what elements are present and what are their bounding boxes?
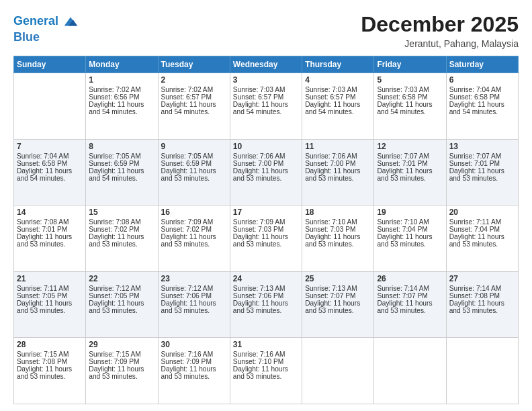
sunset-text: Sunset: 7:03 PM [233,226,283,233]
day-number: 1 [89,75,154,85]
sunset-text: Sunset: 7:01 PM [449,160,500,167]
calendar-cell: 9Sunrise: 7:05 AMSunset: 6:59 PMDaylight… [158,139,230,205]
daylight-text: Daylight: 11 hours and 54 minutes. [89,167,144,182]
day-number: 10 [233,142,299,151]
sunrise-text: Sunrise: 7:07 AM [449,152,502,160]
sunset-text: Sunset: 7:01 PM [17,226,67,233]
daylight-text: Daylight: 11 hours and 53 minutes. [449,300,504,314]
daylight-text: Daylight: 11 hours and 53 minutes. [233,300,288,314]
day-number: 5 [377,75,443,85]
day-header-wednesday: Wednesday [230,56,302,73]
daylight-text: Daylight: 11 hours and 53 minutes. [377,167,432,182]
logo-icon [61,12,80,31]
calendar-cell: 26Sunrise: 7:14 AMSunset: 7:07 PMDayligh… [374,271,446,338]
sunrise-text: Sunrise: 7:13 AM [305,285,357,292]
day-number: 21 [17,274,83,283]
day-header-friday: Friday [374,56,446,73]
day-number: 2 [161,75,227,85]
sunset-text: Sunset: 7:03 PM [305,226,355,233]
sunset-text: Sunset: 6:57 PM [305,93,355,101]
logo-text-general: General [13,15,58,28]
day-number: 11 [305,142,371,151]
calendar-cell [374,338,446,404]
calendar-cell [14,73,86,140]
sunrise-text: Sunrise: 7:03 AM [305,86,357,93]
calendar-cell: 11Sunrise: 7:06 AMSunset: 7:00 PMDayligh… [302,139,374,205]
sunrise-text: Sunrise: 7:05 AM [161,152,214,160]
day-number: 13 [449,142,515,151]
daylight-text: Daylight: 11 hours and 53 minutes. [161,365,216,380]
calendar-cell: 19Sunrise: 7:10 AMSunset: 7:04 PMDayligh… [374,205,446,272]
sunset-text: Sunset: 7:04 PM [377,226,427,233]
day-number: 20 [449,208,515,217]
daylight-text: Daylight: 11 hours and 53 minutes. [89,300,144,314]
day-number: 12 [377,142,443,151]
sunset-text: Sunset: 7:08 PM [17,358,67,365]
day-number: 16 [161,208,227,217]
calendar-cell: 10Sunrise: 7:06 AMSunset: 7:00 PMDayligh… [230,139,302,205]
daylight-text: Daylight: 11 hours and 53 minutes. [305,167,360,182]
day-header-tuesday: Tuesday [158,56,230,73]
day-number: 4 [305,75,371,85]
day-number: 6 [449,75,515,85]
daylight-text: Daylight: 11 hours and 54 minutes. [233,101,288,116]
week-row-1: 1Sunrise: 7:02 AMSunset: 6:56 PMDaylight… [14,73,519,140]
sunrise-text: Sunrise: 7:12 AM [161,285,214,292]
sunset-text: Sunset: 7:07 PM [305,292,355,300]
day-number: 14 [17,208,83,217]
location: Jerantut, Pahang, Malaysia [361,38,519,49]
daylight-text: Daylight: 11 hours and 54 minutes. [17,167,72,182]
daylight-text: Daylight: 11 hours and 54 minutes. [377,101,432,116]
daylight-text: Daylight: 11 hours and 53 minutes. [89,365,144,380]
week-row-4: 21Sunrise: 7:11 AMSunset: 7:05 PMDayligh… [14,271,519,338]
sunrise-text: Sunrise: 7:08 AM [89,218,141,226]
daylight-text: Daylight: 11 hours and 53 minutes. [17,300,72,314]
sunset-text: Sunset: 6:58 PM [449,93,500,101]
calendar-cell: 27Sunrise: 7:14 AMSunset: 7:08 PMDayligh… [446,271,518,338]
sunset-text: Sunset: 6:59 PM [161,160,212,167]
sunrise-text: Sunrise: 7:06 AM [233,152,285,160]
day-number: 25 [305,274,371,283]
header: General Blue December 2025 Jerantut, Pah… [13,12,519,49]
sunset-text: Sunset: 6:57 PM [233,93,283,101]
day-header-saturday: Saturday [446,56,518,73]
calendar-cell: 31Sunrise: 7:16 AMSunset: 7:10 PMDayligh… [230,338,302,404]
day-header-thursday: Thursday [302,56,374,73]
sunrise-text: Sunrise: 7:11 AM [17,285,69,292]
daylight-text: Daylight: 11 hours and 53 minutes. [161,233,216,248]
calendar-cell: 21Sunrise: 7:11 AMSunset: 7:05 PMDayligh… [14,271,86,338]
sunrise-text: Sunrise: 7:09 AM [233,218,285,226]
day-header-monday: Monday [86,56,158,73]
daylight-text: Daylight: 11 hours and 53 minutes. [161,300,216,314]
daylight-text: Daylight: 11 hours and 53 minutes. [305,300,360,314]
logo: General Blue [13,12,80,44]
daylight-text: Daylight: 11 hours and 53 minutes. [449,167,504,182]
sunset-text: Sunset: 7:09 PM [161,358,212,365]
calendar-cell: 3Sunrise: 7:03 AMSunset: 6:57 PMDaylight… [230,73,302,140]
calendar-cell [446,338,518,404]
calendar-cell: 30Sunrise: 7:16 AMSunset: 7:09 PMDayligh… [158,338,230,404]
calendar-cell: 24Sunrise: 7:13 AMSunset: 7:06 PMDayligh… [230,271,302,338]
daylight-text: Daylight: 11 hours and 53 minutes. [449,233,504,248]
sunrise-text: Sunrise: 7:15 AM [89,351,141,358]
sunrise-text: Sunrise: 7:13 AM [233,285,285,292]
calendar-cell: 7Sunrise: 7:04 AMSunset: 6:58 PMDaylight… [14,139,86,205]
daylight-text: Daylight: 11 hours and 53 minutes. [233,233,288,248]
day-number: 19 [377,208,443,217]
week-row-3: 14Sunrise: 7:08 AMSunset: 7:01 PMDayligh… [14,205,519,272]
calendar-cell: 2Sunrise: 7:02 AMSunset: 6:57 PMDaylight… [158,73,230,140]
calendar-cell: 5Sunrise: 7:03 AMSunset: 6:58 PMDaylight… [374,73,446,140]
sunrise-text: Sunrise: 7:08 AM [17,218,69,226]
calendar-cell: 18Sunrise: 7:10 AMSunset: 7:03 PMDayligh… [302,205,374,272]
daylight-text: Daylight: 11 hours and 53 minutes. [233,167,288,182]
sunset-text: Sunset: 7:02 PM [161,226,212,233]
sunrise-text: Sunrise: 7:14 AM [377,285,429,292]
week-row-5: 28Sunrise: 7:15 AMSunset: 7:08 PMDayligh… [14,338,519,404]
daylight-text: Daylight: 11 hours and 53 minutes. [233,365,288,380]
sunset-text: Sunset: 7:00 PM [233,160,283,167]
sunrise-text: Sunrise: 7:03 AM [377,86,429,93]
calendar-cell: 15Sunrise: 7:08 AMSunset: 7:02 PMDayligh… [86,205,158,272]
sunrise-text: Sunrise: 7:06 AM [305,152,357,160]
daylight-text: Daylight: 11 hours and 53 minutes. [17,365,72,380]
sunset-text: Sunset: 7:07 PM [377,292,427,300]
